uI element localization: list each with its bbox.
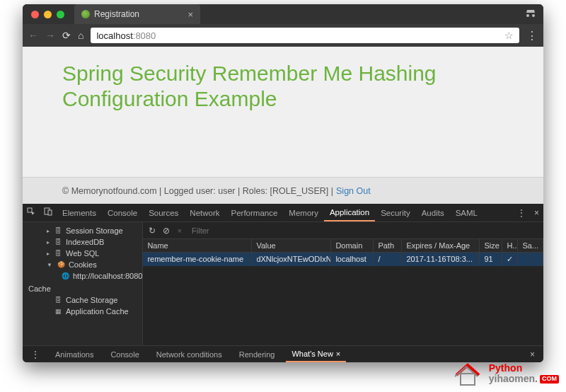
devtab-memory[interactable]: Memory: [283, 204, 324, 221]
bookmark-star-icon[interactable]: ☆: [504, 30, 514, 41]
footer-text: © Memorynotfound.com | Logged user: user…: [62, 186, 333, 196]
url-input[interactable]: localhost:8080 ☆: [91, 28, 519, 43]
maximize-window-icon[interactable]: [57, 11, 64, 18]
col-value[interactable]: Value: [252, 239, 331, 252]
sidebar-item-http-localhost-8080[interactable]: ▸🌐http://localhost:8080: [23, 270, 142, 282]
cell-expires: 2017-11-16T08:3...: [402, 253, 480, 266]
svg-rect-3: [461, 374, 475, 385]
watermark: Python yihaomen.COM: [451, 359, 559, 388]
inspect-icon[interactable]: [23, 207, 40, 218]
cell-size: 91: [480, 253, 502, 266]
refresh-icon[interactable]: ↻: [149, 226, 156, 236]
col-name[interactable]: Name: [143, 239, 252, 252]
page-heading: Spring Security Remember Me Hashing Conf…: [62, 61, 504, 112]
watermark-domain: yihaomen.: [489, 374, 538, 384]
devtab-application[interactable]: Application: [324, 204, 375, 221]
nav-back-icon[interactable]: ←: [28, 30, 38, 41]
incognito-icon: [525, 9, 536, 20]
devtab-performance[interactable]: Performance: [226, 204, 284, 221]
devtools-close-icon[interactable]: ×: [530, 208, 543, 218]
favicon-icon: [81, 10, 90, 18]
block-icon[interactable]: ⊘: [163, 226, 170, 236]
sign-out-link[interactable]: Sign Out: [336, 186, 371, 196]
sidebar-item-cache-storage[interactable]: ▸🗄Cache Storage: [23, 294, 142, 306]
page-content: Spring Security Remember Me Hashing Conf…: [23, 47, 543, 204]
sidebar-item-cookies[interactable]: ▼🍪Cookies: [23, 259, 142, 270]
devtab-network[interactable]: Network: [184, 204, 225, 221]
cell-name: remember-me-cookie-name: [143, 253, 252, 266]
tab-title: Registration: [94, 9, 183, 19]
titlebar: Registration ×: [23, 4, 543, 24]
window-controls: [31, 11, 64, 18]
watermark-com: COM: [540, 375, 559, 384]
house-logo-icon: [451, 359, 485, 388]
cell-samesite: [518, 253, 543, 266]
url-port: :8080: [133, 30, 156, 41]
browser-tab[interactable]: Registration ×: [74, 4, 200, 24]
svg-rect-2: [48, 210, 52, 215]
devtab-console[interactable]: Console: [102, 204, 143, 221]
table-header: Name Value Domain Path Expires / Max-Age…: [143, 239, 543, 253]
cell-domain: localhost: [331, 253, 374, 266]
devtab-saml[interactable]: SAML: [450, 204, 483, 221]
nav-forward-icon[interactable]: →: [45, 30, 55, 41]
devtools: ElementsConsoleSourcesNetworkPerformance…: [23, 204, 543, 362]
home-icon[interactable]: ⌂: [78, 30, 83, 41]
page-footer: © Memorynotfound.com | Logged user: user…: [23, 177, 543, 204]
cell-path: /: [374, 253, 402, 266]
col-domain[interactable]: Domain: [331, 239, 374, 252]
minimize-window-icon[interactable]: [44, 11, 52, 18]
devtools-menu-icon[interactable]: ⋮: [513, 208, 530, 218]
cookie-toolbar: ↻ ⊘ ×: [143, 222, 543, 239]
browser-window: Registration × ← → ⟳ ⌂ localhost:8080 ☆ …: [23, 4, 543, 362]
sidebar-item-application-cache[interactable]: ▸▦Application Cache: [23, 306, 142, 317]
table-row[interactable]: remember-me-cookie-name dXNlcjoxNTEwODIx…: [143, 253, 543, 266]
filter-input[interactable]: [189, 226, 292, 236]
drawer-tab-animations[interactable]: Animations: [50, 346, 99, 362]
col-samesite[interactable]: Sa...: [518, 239, 543, 252]
url-host: localhost: [96, 30, 132, 41]
browser-menu-icon[interactable]: ⋮: [526, 29, 538, 42]
sidebar-item-indexeddb[interactable]: ▸🗄IndexedDB: [23, 236, 142, 248]
devtab-sources[interactable]: Sources: [143, 204, 184, 221]
reload-icon[interactable]: ⟳: [62, 30, 71, 41]
devtab-security[interactable]: Security: [375, 204, 416, 221]
sidebar-item-web-sql[interactable]: ▸🗄Web SQL: [23, 248, 142, 259]
watermark-python: Python: [489, 363, 559, 374]
col-httponly[interactable]: H...: [502, 239, 518, 252]
drawer-menu-icon[interactable]: ⋮: [27, 350, 44, 359]
address-bar: ← → ⟳ ⌂ localhost:8080 ☆ ⋮: [23, 24, 543, 47]
device-toggle-icon[interactable]: [40, 207, 57, 218]
devtab-elements[interactable]: Elements: [57, 204, 102, 221]
devtab-audits[interactable]: Audits: [416, 204, 450, 221]
devtools-tabs: ElementsConsoleSourcesNetworkPerformance…: [23, 204, 543, 222]
cell-httponly: ✓: [502, 253, 518, 266]
sidebar-cache-heading: Cache: [23, 282, 142, 294]
devtools-main: ↻ ⊘ × Name Value Domain Path Expires / M…: [143, 222, 543, 345]
tab-close-icon[interactable]: ×: [187, 9, 193, 20]
close-window-icon[interactable]: [31, 11, 39, 18]
drawer-tab-what-s-new[interactable]: What's New ×: [286, 346, 346, 362]
drawer-tab-console[interactable]: Console: [105, 346, 144, 362]
devtools-sidebar: ▸🗄Session Storage▸🗄IndexedDB▸🗄Web SQL▼🍪C…: [23, 222, 143, 345]
cookies-table: Name Value Domain Path Expires / Max-Age…: [143, 239, 543, 345]
sidebar-item-session-storage[interactable]: ▸🗄Session Storage: [23, 225, 142, 236]
clear-icon[interactable]: ×: [177, 226, 182, 235]
col-size[interactable]: Size: [480, 239, 502, 252]
col-expires[interactable]: Expires / Max-Age: [402, 239, 480, 252]
drawer-close-icon[interactable]: ×: [526, 350, 539, 359]
col-path[interactable]: Path: [374, 239, 402, 252]
cell-value: dXNlcjoxNTEwODIxN...: [252, 253, 331, 266]
drawer-tab-network-conditions[interactable]: Network conditions: [151, 346, 228, 362]
drawer-tab-rendering[interactable]: Rendering: [233, 346, 281, 362]
